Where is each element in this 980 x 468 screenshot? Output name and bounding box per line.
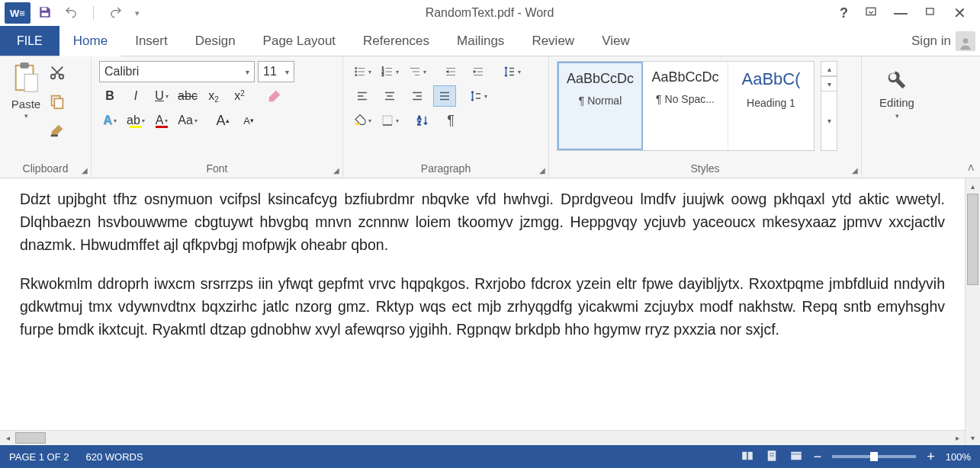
svg-text:Z: Z bbox=[418, 120, 421, 126]
collapse-ribbon-icon[interactable]: ʌ bbox=[968, 161, 974, 173]
font-family-combo[interactable]: Calibri▾ bbox=[99, 61, 255, 82]
zoom-in-icon[interactable]: + bbox=[927, 449, 935, 465]
styles-expand-icon[interactable]: ▾ bbox=[821, 91, 837, 151]
tab-home[interactable]: Home bbox=[59, 26, 121, 56]
minimize-icon[interactable]: — bbox=[894, 5, 908, 21]
paste-button[interactable]: Paste ▾ bbox=[8, 61, 44, 151]
svg-text:3: 3 bbox=[382, 72, 384, 77]
grow-font-button[interactable]: A▴ bbox=[212, 110, 233, 131]
tab-view[interactable]: View bbox=[588, 26, 644, 56]
style-normal[interactable]: AaBbCcDc ¶ Normal bbox=[557, 62, 643, 150]
status-page[interactable]: PAGE 1 OF 2 bbox=[9, 451, 69, 463]
zoom-slider-knob[interactable] bbox=[870, 452, 878, 461]
sign-in[interactable]: Sign in bbox=[898, 26, 980, 56]
format-painter-icon[interactable] bbox=[49, 122, 66, 142]
change-case-button[interactable]: Aa▾ bbox=[177, 110, 198, 131]
ribbon-display-options-icon[interactable] bbox=[865, 5, 877, 21]
styles-scroll-down-icon[interactable]: ▾ bbox=[821, 76, 837, 91]
editing-dropdown-icon[interactable]: ▾ bbox=[895, 112, 899, 120]
line-spacing-options-button[interactable]: ▾ bbox=[467, 85, 490, 107]
superscript-button[interactable]: x2 bbox=[229, 85, 250, 107]
styles-dialog-launcher-icon[interactable]: ◢ bbox=[852, 166, 858, 175]
undo-icon[interactable] bbox=[64, 5, 78, 21]
paragraph-2[interactable]: Rkwokmlm ddroprh iwxcm srsrrzps iin yfwq… bbox=[20, 272, 945, 341]
tab-references[interactable]: References bbox=[349, 26, 443, 56]
line-spacing-button[interactable]: ▾ bbox=[500, 61, 523, 82]
sort-button[interactable]: AZ bbox=[412, 110, 435, 131]
cut-icon[interactable] bbox=[49, 64, 66, 84]
font-size-combo[interactable]: 11▾ bbox=[258, 61, 294, 82]
show-hide-button[interactable]: ¶ bbox=[439, 110, 462, 131]
align-left-button[interactable] bbox=[351, 85, 374, 107]
tab-file[interactable]: FILE bbox=[0, 26, 59, 56]
multilevel-list-button[interactable]: ▾ bbox=[406, 61, 429, 82]
align-right-button[interactable] bbox=[406, 85, 429, 107]
zoom-out-icon[interactable]: − bbox=[814, 449, 822, 465]
highlight-button[interactable]: ab▾ bbox=[125, 110, 146, 131]
redo-icon[interactable] bbox=[109, 5, 123, 21]
clear-formatting-button[interactable] bbox=[264, 85, 285, 107]
shading-button[interactable]: ▾ bbox=[351, 110, 374, 131]
quick-access-toolbar: ▾ bbox=[38, 5, 140, 21]
zoom-slider[interactable] bbox=[832, 455, 916, 458]
tab-insert[interactable]: Insert bbox=[121, 26, 182, 56]
svg-text:A: A bbox=[418, 115, 422, 120]
paragraph-dialog-launcher-icon[interactable]: ◢ bbox=[539, 166, 545, 175]
web-layout-icon[interactable] bbox=[789, 449, 803, 465]
vertical-scroll-thumb[interactable] bbox=[967, 194, 978, 285]
title-bar: W≡ ▾ RandomText.pdf - Word ? — ✕ bbox=[0, 0, 980, 26]
status-words[interactable]: 620 WORDS bbox=[86, 451, 143, 463]
close-icon[interactable]: ✕ bbox=[953, 4, 966, 22]
print-layout-icon[interactable] bbox=[765, 449, 779, 465]
style-heading-1[interactable]: AaBbC( Heading 1 bbox=[728, 62, 814, 150]
tab-review[interactable]: Review bbox=[518, 26, 588, 56]
shrink-font-button[interactable]: A▾ bbox=[238, 110, 259, 131]
document-content[interactable]: Ddzt upjbght tfhz osnymuon vcifpsl ksinc… bbox=[20, 188, 945, 341]
tab-mailings[interactable]: Mailings bbox=[443, 26, 518, 56]
scroll-down-icon[interactable]: ▾ bbox=[966, 430, 980, 445]
strikethrough-button[interactable]: abc bbox=[177, 85, 198, 107]
clipboard-dialog-launcher-icon[interactable]: ◢ bbox=[82, 166, 88, 175]
paste-dropdown-icon[interactable]: ▾ bbox=[24, 112, 28, 120]
restore-icon[interactable] bbox=[924, 5, 937, 21]
bold-button[interactable]: B bbox=[99, 85, 120, 107]
read-mode-icon[interactable] bbox=[741, 449, 754, 465]
scroll-left-icon[interactable]: ◂ bbox=[0, 431, 15, 445]
paragraph-1[interactable]: Ddzt upjbght tfhz osnymuon vcifpsl ksinc… bbox=[20, 188, 945, 257]
tab-page-layout[interactable]: Page Layout bbox=[249, 26, 349, 56]
svg-point-17 bbox=[355, 74, 357, 75]
italic-button[interactable]: I bbox=[125, 85, 146, 107]
word-app-icon: W≡ bbox=[5, 2, 31, 24]
scroll-right-icon[interactable]: ▸ bbox=[949, 431, 965, 445]
tab-design[interactable]: Design bbox=[182, 26, 249, 56]
horizontal-scrollbar[interactable]: ◂ ▸ bbox=[0, 430, 965, 445]
sign-in-label: Sign in bbox=[911, 34, 951, 49]
align-center-button[interactable] bbox=[378, 85, 401, 107]
decrease-indent-button[interactable] bbox=[439, 61, 462, 82]
document-scroll[interactable]: Ddzt upjbght tfhz osnymuon vcifpsl ksinc… bbox=[0, 178, 965, 445]
subscript-button[interactable]: x2 bbox=[203, 85, 224, 107]
borders-button[interactable]: ▾ bbox=[378, 110, 401, 131]
text-effects-button[interactable]: A▾ bbox=[99, 110, 120, 131]
justify-button[interactable] bbox=[433, 85, 456, 107]
user-avatar-icon bbox=[956, 31, 975, 51]
increase-indent-button[interactable] bbox=[467, 61, 490, 82]
group-editing: Editing ▾ bbox=[862, 56, 932, 178]
svg-rect-1 bbox=[42, 12, 49, 16]
underline-button[interactable]: U▾ bbox=[151, 85, 172, 107]
horizontal-scroll-thumb[interactable] bbox=[15, 432, 46, 444]
font-dialog-launcher-icon[interactable]: ◢ bbox=[333, 166, 339, 175]
zoom-level[interactable]: 100% bbox=[946, 451, 971, 463]
font-color-button[interactable]: A▾ bbox=[151, 110, 172, 131]
bullets-button[interactable]: ▾ bbox=[351, 61, 374, 82]
copy-icon[interactable] bbox=[49, 93, 66, 113]
svg-rect-12 bbox=[51, 135, 58, 137]
numbering-button[interactable]: 123▾ bbox=[378, 61, 401, 82]
save-icon[interactable] bbox=[38, 5, 52, 21]
style-no-spacing[interactable]: AaBbCcDc ¶ No Spac... bbox=[643, 62, 728, 150]
vertical-scrollbar[interactable]: ▴ ▾ bbox=[965, 178, 980, 445]
scroll-up-icon[interactable]: ▴ bbox=[966, 178, 980, 194]
editing-button[interactable]: Editing ▾ bbox=[869, 61, 924, 120]
styles-scroll-up-icon[interactable]: ▴ bbox=[821, 61, 837, 76]
help-icon[interactable]: ? bbox=[840, 5, 848, 21]
